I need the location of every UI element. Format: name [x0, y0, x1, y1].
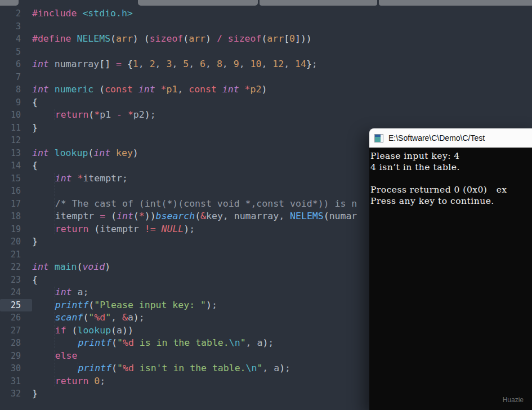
tab-stub[interactable] — [379, 0, 532, 6]
code-text: } — [32, 388, 38, 399]
line-number: 15 — [0, 172, 32, 185]
code-text: /* The cast of (int(*)(const void *,cons… — [32, 198, 357, 209]
line-number: 20 — [0, 235, 32, 248]
line-number: 13 — [0, 147, 32, 160]
code-text: if (lookup(a)) — [32, 325, 133, 336]
code-text: } — [32, 122, 38, 133]
line-number: 26 — [0, 311, 32, 324]
code-text: return(*p1 - *p2); — [32, 109, 156, 120]
code-text: printf("Please input key: "); — [32, 300, 217, 310]
tab-stub[interactable] — [138, 0, 258, 6]
code-text: { — [32, 97, 38, 108]
console-title-bar[interactable]: E:\Software\C\Demo\C/Test — [369, 128, 532, 148]
console-window: E:\Software\C\Demo\C/Test Please input k… — [369, 128, 532, 410]
line-number: 32 — [0, 387, 32, 400]
line-number: 7 — [0, 71, 32, 84]
console-title: E:\Software\C\Demo\C/Test — [388, 133, 485, 142]
console-window-icon — [374, 134, 383, 142]
code-line: 3 — [0, 20, 532, 33]
line-number: 29 — [0, 350, 32, 363]
ide-window: 2#include <stdio.h>34#define NELEMS(arr)… — [0, 0, 532, 410]
code-text: else — [32, 350, 78, 361]
code-line: 7 — [0, 71, 532, 84]
console-output-text: Please input key: 4 4 isn’t in the table… — [369, 148, 532, 207]
line-number: 14 — [0, 159, 32, 172]
line-number: 30 — [0, 362, 32, 375]
line-number: 31 — [0, 375, 32, 388]
line-number: 17 — [0, 198, 32, 211]
line-number: 4 — [0, 33, 32, 46]
line-number: 8 — [0, 83, 32, 96]
line-number: 5 — [0, 46, 32, 59]
code-text: int *itemptr; — [32, 173, 128, 184]
code-line: 2#include <stdio.h> — [0, 7, 532, 20]
code-line: 6int numarray[] = {1, 2, 3, 5, 6, 8, 9, … — [0, 58, 532, 71]
code-text — [32, 185, 55, 196]
line-number: 24 — [0, 286, 32, 299]
line-number: 12 — [0, 134, 32, 147]
line-number: 18 — [0, 210, 32, 223]
console-output-area[interactable]: Please input key: 4 4 isn’t in the table… — [369, 148, 532, 410]
code-text: return (itemptr != NULL); — [32, 224, 195, 234]
code-line: 9{ — [0, 96, 532, 109]
code-text: #define NELEMS(arr) (sizeof(arr) / sizeo… — [32, 33, 312, 44]
line-number: 21 — [0, 248, 32, 261]
line-number: 28 — [0, 337, 32, 350]
console-watermark: Huazie — [503, 396, 524, 404]
code-line: 4#define NELEMS(arr) (sizeof(arr) / size… — [0, 33, 532, 46]
tab-stub[interactable] — [260, 0, 377, 6]
code-text: itemptr = (int(*))bsearch(&key, numarray… — [32, 211, 357, 221]
code-text: int numeric (const int *p1, const int *p… — [32, 84, 267, 95]
code-text: int numarray[] = {1, 2, 3, 5, 6, 8, 9, 1… — [32, 59, 318, 69]
line-number: 3 — [0, 20, 32, 33]
code-text: { — [32, 274, 38, 285]
code-text: int main(void) — [32, 261, 110, 272]
code-text: scanf("%d", &a); — [32, 312, 145, 323]
line-number: 6 — [0, 58, 32, 71]
tab-stub[interactable] — [0, 0, 19, 6]
code-line: 8int numeric (const int *p1, const int *… — [0, 83, 532, 96]
code-text: printf("%d is in the table.\n", a); — [32, 337, 274, 348]
code-text: #include <stdio.h> — [32, 8, 133, 19]
line-number: 10 — [0, 109, 32, 122]
line-number: 11 — [0, 122, 32, 135]
line-number: 9 — [0, 96, 32, 109]
line-number: 2 — [0, 7, 32, 20]
code-line: 5 — [0, 46, 532, 59]
line-number: 23 — [0, 274, 32, 287]
code-text: { — [32, 160, 38, 171]
active-line-number: 25 — [0, 299, 32, 312]
code-text: return 0; — [32, 376, 105, 386]
line-number: 19 — [0, 223, 32, 236]
code-text: int lookup(int key) — [32, 148, 138, 158]
code-text: int a; — [32, 287, 88, 297]
line-number: 16 — [0, 185, 32, 198]
tab-strip — [0, 0, 532, 6]
line-number: 27 — [0, 324, 32, 337]
code-line: 10 return(*p1 - *p2); — [0, 109, 532, 122]
code-text: } — [32, 236, 38, 247]
code-text: printf("%d isn't in the table.\n", a); — [32, 363, 290, 373]
line-number: 22 — [0, 261, 32, 274]
